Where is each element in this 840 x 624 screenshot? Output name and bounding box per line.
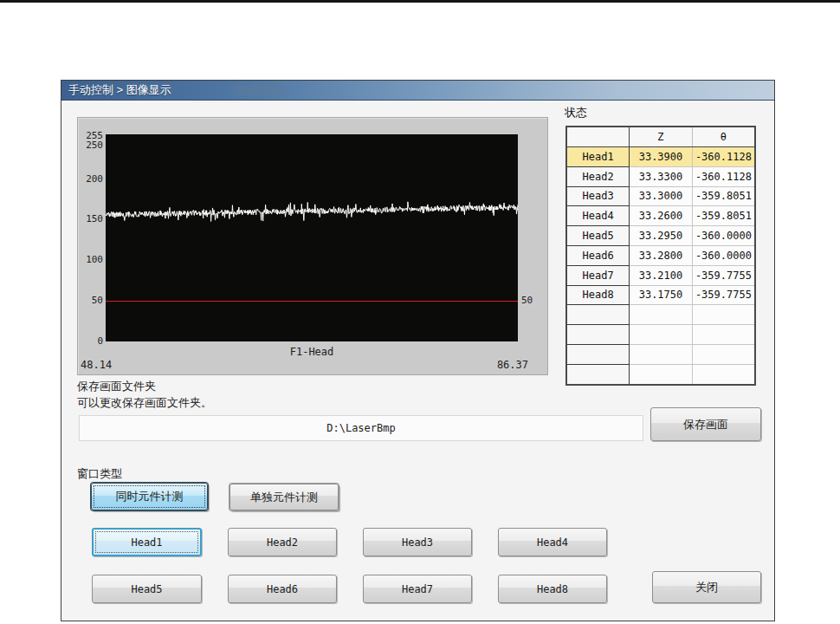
x-axis-end-value: 86.37	[497, 359, 528, 371]
plot-canvas	[106, 134, 518, 341]
y-tick-label: 150	[80, 213, 103, 224]
save-path-field[interactable]: D:\LaserBmp	[79, 415, 643, 441]
y-tick-label: 200	[80, 173, 103, 185]
head-name-cell: Head4	[566, 206, 630, 226]
head-name-cell: Head5	[566, 226, 630, 246]
status-table: Z θ Head133.3900-360.1128Head233.3300-36…	[565, 126, 756, 386]
plot-area	[106, 134, 518, 341]
theta-value-cell: -360.1128	[692, 166, 755, 186]
head-name-cell: Head3	[566, 186, 630, 206]
dialog-title: 手动控制 > 图像显示	[61, 82, 171, 98]
theta-value-cell	[692, 364, 755, 384]
redacted-blur	[231, 86, 285, 95]
theta-value-cell: -359.7755	[692, 265, 755, 285]
table-row[interactable]: Head533.2950-360.0000	[566, 226, 755, 246]
save-folder-heading: 保存画面文件夹	[77, 379, 156, 394]
save-folder-description: 可以更改保存画面文件夹。	[77, 395, 212, 411]
z-value-cell: 33.2600	[630, 206, 693, 226]
head6-button[interactable]: Head6	[228, 575, 337, 603]
status-table-header-row: Z θ	[566, 127, 755, 147]
chart-title: F1-Head	[106, 346, 518, 358]
theta-value-cell	[692, 344, 755, 364]
table-row[interactable]: Head833.1750-359.7755	[566, 285, 755, 305]
table-row[interactable]	[566, 364, 755, 384]
table-row[interactable]: Head133.3900-360.1128	[566, 147, 755, 167]
column-header-theta: θ	[692, 127, 755, 147]
dialog-titlebar: 手动控制 > 图像显示	[61, 81, 774, 101]
waveform-chart-panel: 255250200150100500 50 F1-Head 48.14 86.3…	[77, 117, 548, 375]
head-name-cell	[566, 344, 630, 364]
z-value-cell	[630, 344, 693, 364]
column-header-name	[566, 127, 630, 147]
z-value-cell: 33.3000	[630, 186, 693, 206]
head-name-cell: Head2	[566, 166, 630, 186]
head2-button[interactable]: Head2	[228, 528, 337, 556]
head4-button[interactable]: Head4	[498, 528, 607, 556]
theta-value-cell	[692, 325, 755, 345]
theta-value-cell: -359.8051	[692, 206, 755, 226]
head-name-cell	[566, 364, 630, 384]
y-tick-label: 250	[80, 140, 103, 151]
theta-value-cell: -359.7755	[692, 285, 755, 305]
head3-button[interactable]: Head3	[363, 528, 472, 556]
head1-button[interactable]: Head1	[92, 528, 202, 556]
theta-value-cell: -360.1128	[692, 147, 755, 167]
z-value-cell: 33.3900	[630, 147, 693, 167]
theta-value-cell: -359.8051	[692, 186, 755, 206]
z-value-cell: 33.2950	[630, 226, 693, 246]
close-button[interactable]: 关闭	[652, 571, 761, 603]
table-row[interactable]: Head433.2600-359.8051	[566, 206, 755, 226]
threshold-right-label: 50	[521, 295, 544, 306]
head-name-cell	[566, 305, 630, 325]
page-top-rule	[0, 0, 840, 3]
y-tick-label: 50	[80, 295, 103, 306]
z-value-cell: 33.3300	[630, 166, 693, 186]
table-row[interactable]: Head733.2100-359.7755	[566, 265, 755, 285]
status-table-body: Head133.3900-360.1128Head233.3300-360.11…	[566, 147, 755, 385]
y-tick-label: 0	[80, 335, 103, 347]
y-tick-label: 100	[80, 254, 103, 265]
individual-measure-button[interactable]: 单独元件计测	[229, 484, 339, 510]
head7-button[interactable]: Head7	[363, 575, 472, 603]
window-type-label: 窗口类型	[77, 466, 122, 482]
status-section-label: 状态	[565, 105, 587, 120]
head5-button[interactable]: Head5	[92, 575, 202, 603]
z-value-cell	[630, 305, 693, 325]
z-value-cell	[630, 364, 693, 384]
table-row[interactable]: Head633.2800-360.0000	[566, 245, 755, 265]
head-name-cell: Head1	[566, 147, 630, 167]
table-row[interactable]	[566, 344, 755, 364]
table-row[interactable]: Head333.3000-359.8051	[566, 186, 755, 206]
theta-value-cell	[692, 305, 755, 325]
z-value-cell	[630, 325, 693, 345]
head-name-cell	[566, 325, 630, 345]
z-value-cell: 33.1750	[630, 285, 693, 305]
image-display-dialog: 手动控制 > 图像显示 255250200150100500 50 F1-Hea…	[61, 80, 775, 621]
head-name-cell: Head6	[566, 245, 630, 265]
column-header-z: Z	[630, 127, 693, 147]
head-name-cell: Head7	[566, 265, 630, 285]
z-value-cell: 33.2100	[630, 265, 693, 285]
table-row[interactable]: Head233.3300-360.1128	[566, 166, 755, 186]
simultaneous-measure-button[interactable]: 同时元件计测	[91, 483, 208, 510]
table-row[interactable]	[566, 325, 755, 345]
head8-button[interactable]: Head8	[498, 575, 607, 603]
z-value-cell: 33.2800	[630, 245, 693, 265]
table-row[interactable]	[566, 305, 755, 325]
theta-value-cell: -360.0000	[692, 245, 755, 265]
save-screen-button[interactable]: 保存画面	[650, 407, 761, 441]
x-axis-start-value: 48.14	[81, 359, 112, 371]
head-name-cell: Head8	[566, 285, 630, 305]
theta-value-cell: -360.0000	[692, 226, 755, 246]
